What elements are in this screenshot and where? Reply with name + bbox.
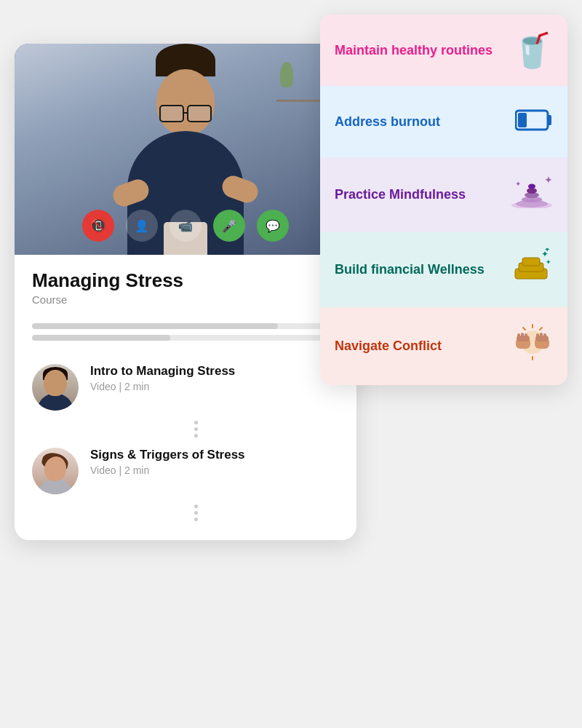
course-item-info: Intro to Managing Stress Video | 2 min [90,364,339,392]
sidebar-card-text: Practice Mindfulness [335,186,503,203]
svg-rect-25 [525,333,527,338]
dots-connector [53,419,339,439]
avatar [32,364,79,411]
svg-rect-28 [536,333,539,338]
progress-bar-1 [32,323,339,329]
conflict-icon [512,323,553,369]
svg-text:✦: ✦ [515,180,521,188]
mindfulness-icon: ✦ ✦ [511,173,553,216]
video-controls: 📵 👤 📹 🎤 💬 [82,210,289,242]
course-list: Intro to Managing Stress Video | 2 min [15,345,356,540]
person-head [156,69,215,135]
person-glasses [159,106,212,122]
sidebar-cards: Maintain healthy routines 🥤 Address burn… [320,15,567,385]
avatar-woman-bg [32,448,79,494]
svg-rect-2 [518,113,527,127]
sidebar-card-conflict[interactable]: Navigate Conflict [320,307,567,385]
avatar-woman-hand [49,470,65,480]
sidebar-card-healthy-routines[interactable]: Maintain healthy routines 🥤 [320,15,567,86]
sidebar-card-financial[interactable]: Build financial Wellness ✦ ✦ ✦ [320,232,567,307]
list-item[interactable]: Intro to Managing Stress Video | 2 min [32,355,339,419]
sidebar-card-burnout[interactable]: Address burnout [320,86,567,157]
drink-icon: 🥤 [511,31,553,70]
sidebar-card-text: Address burnout [335,114,508,130]
mic-icon: 🎤 [222,219,236,233]
avatar-man-bg [32,364,79,411]
course-subtitle: Course [32,293,339,306]
progress-bar-2-fill [32,335,170,341]
svg-line-32 [540,328,542,330]
main-card: 📵 👤 📹 🎤 💬 Managing Stress Course [15,44,356,540]
sidebar-card-text: Build financial Wellness [335,261,502,278]
mic-button[interactable]: 🎤 [213,210,245,242]
sidebar-card-text: Navigate Conflict [335,338,505,355]
sidebar-card-mindfulness[interactable]: Practice Mindfulness ✦ ✦ [320,157,567,232]
course-item-meta: Video | 2 min [90,464,339,476]
course-title: Managing Stress [32,269,339,292]
svg-rect-15 [522,258,540,266]
end-call-button[interactable]: 📵 [82,210,114,242]
list-item[interactable]: Signs & Triggers of Stress Video | 2 min [32,439,339,503]
progress-bar-2 [32,335,339,341]
svg-rect-1 [548,115,551,125]
svg-text:✦: ✦ [544,174,553,186]
dot [194,511,198,515]
glasses-bridge [183,112,188,114]
svg-rect-30 [543,333,546,338]
avatar [32,448,79,494]
course-item-meta: Video | 2 min [90,381,339,392]
camera-icon: 📹 [178,219,193,233]
svg-line-33 [523,328,525,330]
progress-bar-1-fill [32,323,278,329]
svg-rect-23 [517,333,520,338]
dot [194,427,198,431]
dot [194,518,198,521]
battery-icon [515,102,553,141]
chat-button[interactable]: 💬 [257,210,289,242]
dot [194,434,198,438]
phone-end-icon: 📵 [90,218,106,234]
financial-icon: ✦ ✦ ✦ [509,248,553,291]
camera-button[interactable]: 📹 [170,210,202,242]
svg-rect-29 [540,333,543,337]
add-person-button[interactable]: 👤 [126,210,158,242]
avatar-man-head [44,370,67,396]
video-section: 📵 👤 📹 🎤 💬 [15,44,356,255]
svg-text:✦: ✦ [544,248,550,253]
course-item-title: Signs & Triggers of Stress [90,448,339,462]
course-item-info: Signs & Triggers of Stress Video | 2 min [90,448,339,476]
svg-text:✦: ✦ [546,258,551,266]
svg-rect-24 [521,333,524,337]
course-item-title: Intro to Managing Stress [90,364,339,379]
progress-section [15,313,356,345]
add-person-icon: 👤 [135,219,149,233]
sidebar-card-text: Maintain healthy routines [335,42,504,59]
dots-connector-bottom [53,503,339,523]
dot [194,505,198,508]
dot [194,421,198,424]
course-info: Managing Stress Course [15,255,356,313]
chat-icon: 💬 [266,219,280,233]
svg-point-7 [528,184,535,189]
